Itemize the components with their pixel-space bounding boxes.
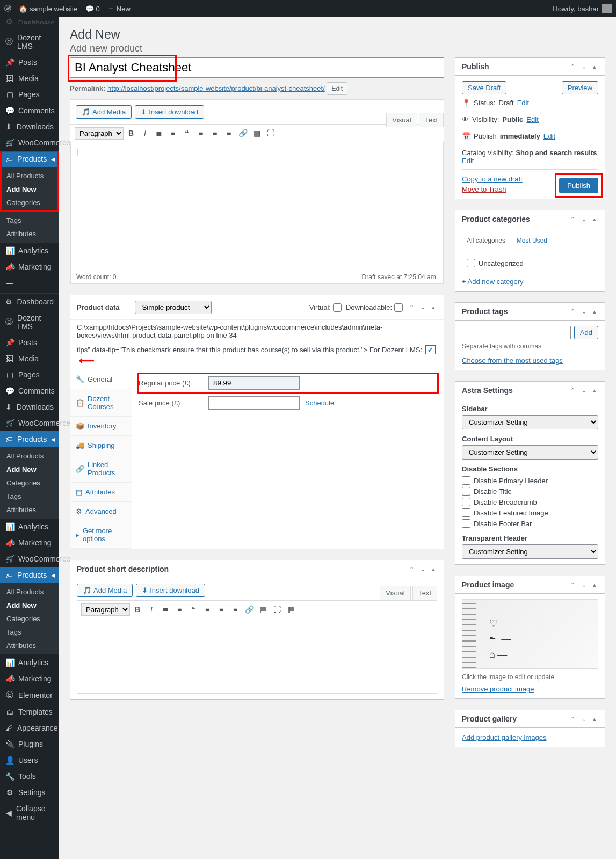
add-tag-button[interactable]: Add <box>574 326 598 339</box>
sidebar-item[interactable]: ◀Collapse menu <box>0 800 59 825</box>
sidebar-item[interactable]: 📣Marketing <box>0 671 59 687</box>
sidebar-item[interactable]: 🖾Media <box>0 70 59 86</box>
sub-all-products-3[interactable]: All Products <box>0 585 59 599</box>
sub-add-new-2[interactable]: Add New <box>0 463 59 476</box>
sidebar-dashboard-cut[interactable]: ⚙Dashboard <box>0 17 59 30</box>
sidebar-item[interactable]: 📊Analytics <box>0 243 59 259</box>
disable-checkbox[interactable]: Disable Title <box>462 486 598 497</box>
quote-icon[interactable]: ❝ <box>180 127 193 140</box>
sidebar-item[interactable]: 📌Posts <box>0 334 59 351</box>
format-select-2[interactable]: Paragraph <box>81 603 130 616</box>
chevron-down-icon[interactable]: ⌄ <box>418 566 427 573</box>
product-image-thumb[interactable] <box>462 599 598 669</box>
align-right-icon[interactable]: ≡ <box>229 603 242 616</box>
downloadable-checkbox[interactable]: Downloadable: <box>346 303 403 312</box>
sale-price-input[interactable] <box>208 396 300 410</box>
product-tab[interactable]: 📦Inventory <box>70 417 132 436</box>
sub-attributes[interactable]: Attributes <box>0 227 59 241</box>
chevron-up-icon[interactable]: ⌃ <box>568 63 577 70</box>
add-category-link[interactable]: + Add new category <box>462 278 524 286</box>
howdy-user[interactable]: Howdy, bashar <box>553 4 612 13</box>
chevron-up-icon[interactable]: ⌃ <box>407 566 416 573</box>
more-icon[interactable]: ▤ <box>250 127 263 140</box>
bold-icon[interactable]: B <box>125 127 137 140</box>
triangle-up-icon[interactable]: ▴ <box>430 566 437 573</box>
product-tab[interactable]: 📋Dozent Courses <box>70 389 132 417</box>
bold-icon[interactable]: B <box>131 603 144 616</box>
sidebar-item[interactable]: ▢Pages <box>0 86 59 103</box>
sidebar-products-3[interactable]: 🏷Products◂ <box>0 567 59 583</box>
sidebar-item[interactable]: 🔧Tools <box>0 768 59 784</box>
disable-checkbox[interactable]: Disable Breadcrumb <box>462 497 598 507</box>
sidebar-item[interactable]: 🗂Templates <box>0 704 59 720</box>
chevron-down-icon[interactable]: ⌄ <box>418 304 427 311</box>
product-tab[interactable]: ▤Attributes <box>70 483 132 502</box>
ol-icon[interactable]: ≡ <box>166 127 179 140</box>
chevron-down-icon[interactable]: ⌄ <box>579 63 589 70</box>
sub-tags[interactable]: Tags <box>0 214 59 227</box>
more-icon[interactable]: ▤ <box>257 603 270 616</box>
content-editor[interactable]: | <box>70 142 444 271</box>
text-tab-2[interactable]: Text <box>412 586 437 600</box>
site-link[interactable]: 🏠 sample website <box>19 5 78 13</box>
move-trash-link[interactable]: Move to Trash <box>462 185 506 193</box>
text-tab[interactable]: Text <box>419 113 444 127</box>
product-title-input[interactable] <box>70 57 444 78</box>
sidebar-item[interactable]: ▢Pages <box>0 367 59 383</box>
product-tab[interactable]: 🔗Linked Products <box>70 455 132 483</box>
toolbar-toggle-icon[interactable]: ▦ <box>285 603 298 616</box>
ul-icon[interactable]: ≣ <box>153 127 165 140</box>
sidebar-products[interactable]: 🏷Products◂ <box>0 151 59 167</box>
sidebar-item[interactable]: ⒺElementor <box>0 687 59 704</box>
copy-draft-link[interactable]: Copy to a new draft <box>462 175 523 183</box>
ol-icon[interactable]: ≡ <box>173 603 186 616</box>
edit-slug-button[interactable]: Edit <box>327 82 347 95</box>
sub-add-new-3[interactable]: Add New <box>0 599 59 612</box>
add-media-button[interactable]: 🎵Add Media <box>76 105 132 119</box>
sidebar-item[interactable]: 🛒WooCommerce <box>0 135 59 151</box>
sidebar-item[interactable]: 💬Comments <box>0 383 59 399</box>
uncategorized-checkbox[interactable]: Uncategorized <box>467 258 593 268</box>
sidebar-item[interactable]: 📊Analytics <box>0 654 59 671</box>
product-tab[interactable]: ▸Get more options <box>70 521 132 549</box>
align-center-icon[interactable]: ≡ <box>208 127 221 140</box>
wp-logo-icon[interactable]: ⓦ <box>4 4 11 13</box>
format-select[interactable]: Paragraph <box>75 127 124 140</box>
sub-tags-3[interactable]: Tags <box>0 625 59 639</box>
astra-transparent-select[interactable]: Customizer Setting <box>462 544 598 559</box>
sidebar-item[interactable]: 🖌Appearance <box>0 720 59 736</box>
sidebar-item[interactable]: 👤Users <box>0 752 59 768</box>
triangle-up-icon[interactable]: ▴ <box>591 63 598 70</box>
preview-button[interactable]: Preview <box>562 81 598 94</box>
link-icon[interactable]: 🔗 <box>236 127 249 140</box>
italic-icon[interactable]: I <box>145 603 158 616</box>
fullscreen-icon[interactable]: ⛶ <box>271 603 284 616</box>
sidebar-item[interactable]: — <box>0 275 59 291</box>
link-icon[interactable]: 🔗 <box>243 603 256 616</box>
sub-all-products-2[interactable]: All Products <box>0 449 59 463</box>
save-draft-button[interactable]: Save Draft <box>462 81 506 94</box>
sidebar-item[interactable]: 🛒WooCommerce <box>0 551 59 567</box>
disable-checkbox[interactable]: Disable Featured Image <box>462 507 598 518</box>
sub-attributes-3[interactable]: Attributes <box>0 639 59 652</box>
sub-add-new[interactable]: Add New <box>0 183 59 196</box>
lms-checkbox[interactable]: ✓ <box>425 345 436 354</box>
product-tab[interactable]: 🔧General <box>70 370 132 389</box>
sidebar-products-2[interactable]: 🏷Products◂ <box>0 431 59 447</box>
sidebar-item[interactable]: 🛒WooCommerce <box>0 415 59 431</box>
most-used-tab[interactable]: Most Used <box>512 234 552 247</box>
italic-icon[interactable]: I <box>139 127 151 140</box>
new-link[interactable]: ＋ New <box>107 4 131 13</box>
virtual-checkbox[interactable]: Virtual: <box>309 303 342 312</box>
sidebar-item[interactable]: ⚙Dashboard <box>0 294 59 310</box>
sidebar-item[interactable]: 📌Posts <box>0 54 59 70</box>
regular-price-input[interactable] <box>208 376 300 390</box>
quote-icon[interactable]: ❝ <box>187 603 200 616</box>
sidebar-item[interactable]: 🔌Plugins <box>0 736 59 752</box>
sidebar-item[interactable]: ⓓDozent LMS <box>0 310 59 334</box>
sub-categories-3[interactable]: Categories <box>0 612 59 625</box>
align-right-icon[interactable]: ≡ <box>222 127 235 140</box>
publish-button[interactable]: Publish <box>559 178 598 193</box>
all-categories-tab[interactable]: All categories <box>462 234 510 247</box>
fullscreen-icon[interactable]: ⛶ <box>264 127 277 140</box>
